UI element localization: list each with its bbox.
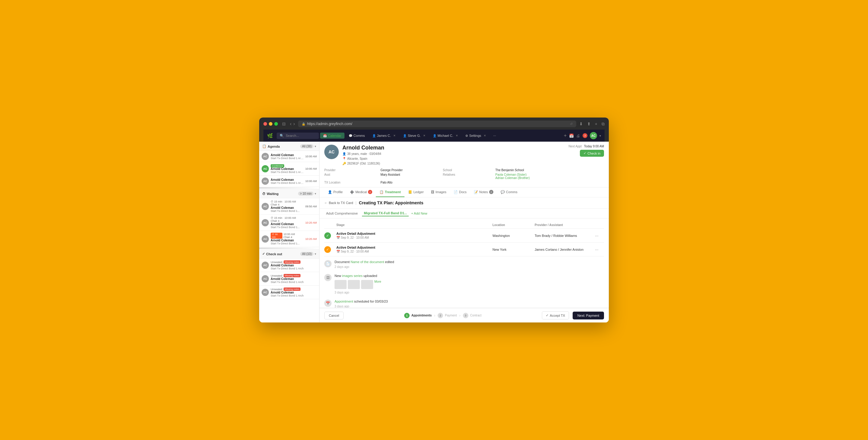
maximize-button[interactable] [274, 122, 278, 126]
tabs-icon[interactable]: ⧉ [601, 121, 604, 127]
waiting-item-3-info: ⏱ 30 min 10:00 AM Chair 4 Arnold Coleman… [271, 233, 304, 245]
appt-2-location: New York [493, 248, 535, 251]
activity-doc-icon: 📄 [324, 260, 332, 267]
plan-tab-adult[interactable]: Adult Comprehensive [324, 211, 360, 216]
waiting-item-2[interactable]: AC ⏱ 15 min 10:00 AM Chair 4 Arnold Cole… [259, 215, 319, 231]
checkout-item-2[interactable]: AC Unseated Missing notes Arnold Coleman… [259, 272, 319, 286]
address-bar[interactable]: 🔒 https://admin.greyfinch.com/ ↺ [298, 121, 576, 127]
plan-tab-migrated[interactable]: Migrated TX-Full Band D1... [362, 210, 409, 216]
nav-tab-settings[interactable]: ⚙ Settings ✕ [462, 133, 489, 138]
images-more-link[interactable]: More [374, 280, 381, 289]
nav-tab-comms[interactable]: 💬 Comms [346, 133, 368, 138]
nav-tab-james[interactable]: 👤 James C. ✕ [369, 133, 399, 138]
next-payment-button[interactable]: Next: Payment [572, 312, 604, 319]
scheduled-item-3-name: Arnold Coleman [271, 178, 304, 182]
activity-images-content: New images series uploaded More 3 days a… [335, 273, 604, 294]
images-link[interactable]: images series [342, 274, 363, 278]
traffic-lights [264, 122, 278, 126]
calendar-action-icon[interactable]: 📅 [569, 133, 574, 138]
step-3-label: Contract [470, 314, 482, 317]
patient-info-main: Arnold Coleman 👤 38 years, male · 03/04/… [342, 145, 565, 166]
tab-docs[interactable]: 📄 Docs [450, 188, 470, 197]
doc-link[interactable]: Name of the document [350, 260, 384, 264]
appointment-row-1[interactable]: ✓ Active Detail Adjustment 📅 Sep 9, 22 ·… [324, 229, 604, 243]
scheduled-item-3[interactable]: AC Arnold Coleman Start Tx-Direct Bond 1… [259, 176, 319, 187]
agenda-count[interactable]: All (38) [300, 144, 313, 148]
accept-tx-button[interactable]: ✓ Accept TX [542, 311, 569, 319]
nav-tab-more[interactable]: ··· [490, 133, 499, 138]
checkout-count[interactable]: All (10) [300, 252, 313, 256]
relative2[interactable]: Adrian Coleman (Brother) [495, 176, 564, 180]
window-icon: ⊟ [282, 121, 286, 126]
checkout-label: Check out [266, 252, 282, 256]
back-arrow[interactable]: ‹ [290, 121, 291, 127]
printer-action-icon[interactable]: 🖨 [576, 133, 580, 138]
scheduled-item-2[interactable]: AC Confirmed Arnold Coleman Start Tx-Dir… [259, 162, 319, 176]
close-tab-james[interactable]: ✕ [393, 134, 396, 137]
provider-value: George Provider [381, 168, 437, 172]
waiting-item-1[interactable]: AC ⏱ 15 min 10:00 AM Chair 4 Arnold Cole… [259, 198, 319, 215]
checkout-dropdown-arrow[interactable]: ▾ [315, 252, 316, 256]
main-content: 📋 Agenda All (38) ▾ AC Arnold Coleman St… [259, 142, 609, 322]
agenda-dropdown-arrow[interactable]: ▾ [315, 145, 316, 148]
checkout-item-2-desc: Start Tx-Direct Bond 1 Arch [271, 281, 317, 284]
close-tab-michael[interactable]: ✕ [456, 134, 458, 137]
appointment-row-2[interactable]: ✓ Active Detail Adjustment 📅 Sep 9, 22 ·… [324, 243, 604, 256]
nav-tab-calendar[interactable]: 📅 Calendar [320, 133, 344, 138]
school-value: The Benjamin School [495, 168, 564, 172]
appt-1-date: 📅 Sep 9, 22 · 10:00 AM [336, 236, 493, 239]
waiting-min[interactable]: > 10 min [298, 192, 313, 196]
back-link-label: Back to TX Card [329, 201, 353, 205]
back-to-tx-card-link[interactable]: ← Back to TX Card [324, 201, 353, 205]
images-tab-icon: 🖼 [431, 190, 434, 194]
nav-search[interactable]: 🔍 Search... [277, 133, 319, 139]
close-button[interactable] [264, 122, 267, 126]
app-nav: 🌿 🔍 Search... 📅 Calendar 💬 Comms 👤 James… [264, 130, 604, 142]
appt-2-more-menu[interactable]: ··· [595, 247, 604, 252]
tab-notes[interactable]: 📝 Notes 2 [470, 187, 497, 197]
avatar-checkout-2: AC [261, 275, 269, 282]
close-tab-settings[interactable]: ✕ [484, 134, 486, 137]
profile-tab-icon: 👤 [328, 190, 332, 194]
notification-badge[interactable]: 3 [583, 133, 587, 138]
tab-medical[interactable]: ➕ Medical 2 [346, 187, 376, 197]
add-icon[interactable]: + [564, 133, 567, 138]
nav-tab-calendar-label: Calendar [328, 134, 341, 137]
download-icon[interactable]: ⬇ [579, 121, 583, 127]
tab-comms[interactable]: 💬 Comms [497, 188, 521, 197]
reload-icon[interactable]: ↺ [570, 122, 572, 126]
tab-treatment[interactable]: 📋 Treatment [376, 188, 404, 197]
relative1[interactable]: Paola Coleman (Sister) [495, 173, 564, 176]
ledger-tab-label: Ledger [413, 190, 424, 194]
scheduled-item-1[interactable]: AC Arnold Coleman Start Tx-Direct Bond 1… [259, 151, 319, 162]
appt-check-orange-2: ✓ [324, 246, 331, 253]
appt-1-more-menu[interactable]: ··· [595, 233, 604, 238]
checkout-item-1[interactable]: AC Unseated Missing notes Arnold Coleman… [259, 258, 319, 272]
patient-avatar: AC [324, 145, 339, 159]
dropdown-arrow-nav[interactable]: ▾ [599, 134, 601, 137]
cancel-button[interactable]: Cancel [324, 312, 344, 319]
tab-images[interactable]: 🖼 Images [427, 188, 450, 197]
share-icon[interactable]: ⬆ [587, 121, 591, 127]
new-tab-icon[interactable]: + [595, 121, 597, 127]
check-in-button[interactable]: ✓ Check in [580, 150, 604, 157]
user-avatar-nav[interactable]: AC [590, 132, 597, 139]
close-tab-steve[interactable]: ✕ [423, 134, 426, 137]
activity-images: 🖼 New images series uploaded More [324, 273, 604, 294]
treatment-tab-icon: 📋 [379, 190, 384, 194]
minimize-button[interactable] [269, 122, 273, 126]
waiting-item-2-name: Arnold Coleman [271, 222, 304, 226]
nav-tab-michael[interactable]: 👤 Michael C. ✕ [430, 133, 461, 138]
waiting-item-3[interactable]: AC ⏱ 30 min 10:00 AM Chair 4 Arnold Cole… [259, 231, 319, 247]
tab-ledger[interactable]: 📒 Ledger [404, 188, 427, 197]
forward-arrow[interactable]: › [293, 121, 295, 127]
checkout-item-3[interactable]: AC Unseated Missing notes Arnold Coleman… [259, 286, 319, 299]
waiting-dropdown-arrow[interactable]: ▾ [315, 192, 316, 195]
add-new-button[interactable]: + Add New [411, 212, 427, 215]
waiting-item-3-time: 10:20 AM [305, 238, 317, 241]
nav-tab-steve[interactable]: 👤 Steve G. ✕ [400, 133, 429, 138]
patient-id: 282961F (Old: 1180136) [347, 161, 380, 166]
tab-profile[interactable]: 👤 Profile [324, 188, 346, 197]
appt-link[interactable]: Appointment [335, 300, 353, 303]
waiting-section-header: ⏱ Waiting > 10 min ▾ [259, 189, 319, 198]
